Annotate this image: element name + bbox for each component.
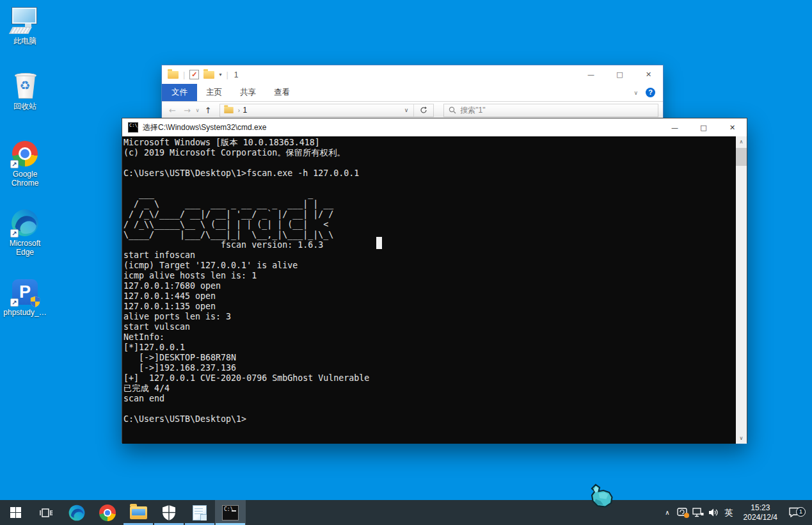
recycle-bin-icon: ♻ (11, 72, 39, 100)
console-text: Microsoft Windows [版本 10.0.18363.418] (c… (122, 136, 369, 424)
address-dropdown-icon[interactable]: ∨ (399, 104, 415, 117)
recent-locations-dropdown[interactable]: ∨ (196, 108, 200, 113)
this-pc-icon (11, 6, 39, 35)
uac-shield-icon (29, 296, 41, 307)
address-folder-icon (224, 107, 233, 113)
windows-logo-icon (10, 507, 21, 518)
volume-icon[interactable] (708, 508, 719, 517)
hidden-icons-chevron-icon[interactable]: ∧ (662, 509, 672, 516)
desktop-icon-this-pc[interactable]: 此电脑 (3, 6, 47, 45)
task-view-button[interactable] (31, 500, 61, 525)
defender-shield-icon (161, 505, 177, 521)
notification-dot (684, 513, 689, 518)
start-button[interactable] (0, 500, 31, 525)
back-button[interactable]: ← (166, 106, 179, 115)
mouse-cursor (586, 483, 617, 513)
clock-time: 15:23 (744, 503, 777, 513)
ime-indicator[interactable]: 英 (723, 507, 735, 519)
search-input[interactable]: 搜索"1" (443, 104, 658, 117)
clock-date: 2024/12/4 (744, 513, 777, 522)
explorer-window-icon (168, 71, 179, 79)
tab-home[interactable]: 主页 (197, 84, 231, 101)
cmd-titlebar[interactable]: C:\_ 选择C:\Windows\System32\cmd.exe — □ ✕ (122, 118, 747, 136)
chrome-icon: ↗ (11, 140, 39, 168)
qat-customize-dropdown[interactable]: ▾ (219, 72, 221, 77)
cmd-window-title: 选择C:\Windows\System32\cmd.exe (143, 122, 266, 133)
desktop-icon-chrome[interactable]: ↗ Google Chrome (3, 140, 47, 188)
help-icon[interactable]: ? (646, 88, 655, 97)
desktop-icon-edge[interactable]: ↗ Microsoft Edge (3, 209, 47, 257)
search-placeholder: 搜索"1" (460, 105, 485, 116)
address-bar[interactable]: › 1 ∨ (219, 104, 434, 117)
desktop-icon-phpstudy[interactable]: P ↗ phpstudy_… (3, 278, 47, 317)
network-icon[interactable] (692, 508, 704, 517)
explorer-window-controls: — □ ✕ (577, 65, 663, 84)
edge-icon: ↗ (11, 209, 39, 237)
taskbar-edge-button[interactable] (61, 500, 92, 525)
system-tray: ∧ (662, 500, 812, 525)
edge-icon (68, 505, 85, 521)
tray-app-icon[interactable] (677, 508, 688, 517)
properties-quick-button[interactable]: ✓ (189, 70, 199, 79)
up-button[interactable]: ↑ (202, 106, 214, 115)
scrollbar-thumb[interactable] (736, 148, 747, 166)
desktop-icon-recycle-bin[interactable]: ♻ 回收站 (3, 72, 47, 111)
ribbon-tabs: 文件 主页 共享 查看 ∨ ? (162, 84, 663, 102)
tab-view[interactable]: 查看 (265, 84, 299, 101)
desktop-icon-label: 回收站 (3, 102, 47, 111)
explorer-titlebar: | ✓ ▾ | 1 — □ ✕ (162, 65, 663, 84)
shortcut-arrow-icon: ↗ (10, 298, 19, 307)
cmd-window: C:\_ 选择C:\Windows\System32\cmd.exe — □ ✕… (122, 118, 747, 443)
cmd-window-controls: — □ ✕ (660, 118, 747, 136)
tab-share[interactable]: 共享 (231, 84, 265, 101)
action-center-button[interactable]: 1 (786, 507, 807, 518)
minimize-button[interactable]: — (577, 65, 605, 84)
shortcut-arrow-icon: ↗ (10, 160, 19, 168)
quick-access-toolbar: | ✓ ▾ | 1 (162, 65, 238, 84)
scroll-up-icon[interactable]: ∧ (736, 136, 747, 147)
file-explorer-icon (130, 506, 147, 519)
search-icon (449, 106, 456, 114)
cmd-window-icon: C:\_ (128, 122, 138, 133)
desktop-icon-label: 此电脑 (3, 36, 47, 45)
scrollbar[interactable]: ∧ ∨ (736, 136, 747, 444)
scroll-down-icon[interactable]: ∨ (736, 433, 747, 444)
maximize-button[interactable]: □ (689, 118, 718, 136)
minimize-button[interactable]: — (660, 118, 689, 136)
taskbar-cmd-button[interactable]: C:\ (215, 500, 246, 525)
forward-button[interactable]: → (181, 106, 193, 115)
notepad-icon (193, 505, 207, 521)
refresh-icon[interactable] (414, 104, 433, 117)
taskbar-chrome-button[interactable] (92, 500, 123, 525)
close-button[interactable]: ✕ (634, 65, 663, 84)
notification-badge: 1 (796, 507, 806, 517)
phpstudy-icon: P ↗ (11, 278, 39, 306)
ribbon-collapse-icon[interactable]: ∨ (633, 90, 638, 96)
taskbar-notepad-button[interactable] (184, 500, 215, 525)
task-view-icon (40, 507, 52, 519)
maximize-button[interactable]: □ (605, 65, 634, 84)
explorer-window-title: 1 (234, 70, 239, 79)
explorer-navbar: ← → ∨ ↑ › 1 ∨ 搜索"1" (162, 102, 663, 118)
desktop-icon-label: Microsoft Edge (3, 239, 47, 257)
breadcrumb-path[interactable]: 1 (243, 106, 248, 115)
console-cursor (376, 237, 382, 249)
chrome-icon (99, 505, 116, 521)
breadcrumb-separator: › (238, 107, 241, 114)
taskbar-clock[interactable]: 15:23 2024/12/4 (740, 503, 781, 522)
console-output-area[interactable]: Microsoft Windows [版本 10.0.18363.418] (c… (122, 136, 747, 444)
close-button[interactable]: ✕ (718, 118, 747, 136)
desktop-icon-label: phpstudy_… (3, 308, 47, 317)
taskbar-defender-button[interactable] (154, 500, 184, 525)
shortcut-arrow-icon: ↗ (10, 229, 19, 238)
new-folder-quick-button[interactable] (203, 71, 214, 79)
desktop: 此电脑 ♻ 回收站 ↗ Google Chrome (0, 0, 812, 525)
taskbar-file-explorer-button[interactable] (123, 500, 154, 525)
tab-file[interactable]: 文件 (162, 84, 197, 101)
taskbar: C:\ ∧ (0, 500, 812, 525)
desktop-icon-label: Google Chrome (3, 170, 47, 188)
cmd-icon: C:\ (222, 505, 239, 521)
